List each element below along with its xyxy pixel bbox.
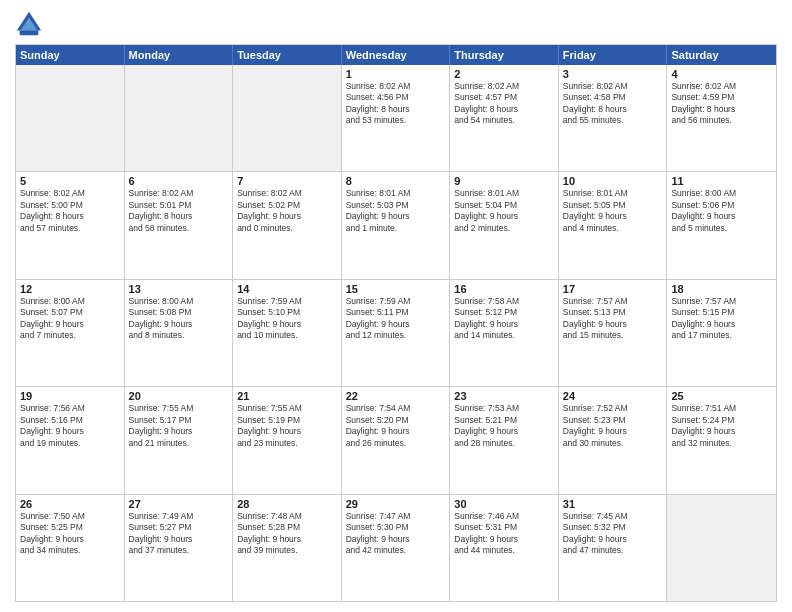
- weekday-header: Tuesday: [233, 45, 342, 65]
- day-number: 24: [563, 390, 663, 402]
- day-info: Sunrise: 7:54 AM Sunset: 5:20 PM Dayligh…: [346, 403, 446, 449]
- calendar-row: 1Sunrise: 8:02 AM Sunset: 4:56 PM Daylig…: [16, 65, 776, 171]
- day-number: 17: [563, 283, 663, 295]
- day-number: 1: [346, 68, 446, 80]
- day-info: Sunrise: 8:01 AM Sunset: 5:03 PM Dayligh…: [346, 188, 446, 234]
- calendar-header: SundayMondayTuesdayWednesdayThursdayFrid…: [16, 45, 776, 65]
- calendar-cell: 1Sunrise: 8:02 AM Sunset: 4:56 PM Daylig…: [342, 65, 451, 171]
- calendar-cell: 30Sunrise: 7:46 AM Sunset: 5:31 PM Dayli…: [450, 495, 559, 601]
- day-info: Sunrise: 7:56 AM Sunset: 5:16 PM Dayligh…: [20, 403, 120, 449]
- calendar-cell: [667, 495, 776, 601]
- header: [15, 10, 777, 38]
- calendar-cell: 4Sunrise: 8:02 AM Sunset: 4:59 PM Daylig…: [667, 65, 776, 171]
- calendar-cell: 11Sunrise: 8:00 AM Sunset: 5:06 PM Dayli…: [667, 172, 776, 278]
- day-number: 29: [346, 498, 446, 510]
- calendar-row: 5Sunrise: 8:02 AM Sunset: 5:00 PM Daylig…: [16, 171, 776, 278]
- calendar-cell: 21Sunrise: 7:55 AM Sunset: 5:19 PM Dayli…: [233, 387, 342, 493]
- calendar-cell: 15Sunrise: 7:59 AM Sunset: 5:11 PM Dayli…: [342, 280, 451, 386]
- day-number: 2: [454, 68, 554, 80]
- day-info: Sunrise: 8:00 AM Sunset: 5:07 PM Dayligh…: [20, 296, 120, 342]
- calendar-row: 26Sunrise: 7:50 AM Sunset: 5:25 PM Dayli…: [16, 494, 776, 601]
- calendar-cell: 25Sunrise: 7:51 AM Sunset: 5:24 PM Dayli…: [667, 387, 776, 493]
- day-number: 25: [671, 390, 772, 402]
- day-number: 9: [454, 175, 554, 187]
- day-info: Sunrise: 7:45 AM Sunset: 5:32 PM Dayligh…: [563, 511, 663, 557]
- day-info: Sunrise: 7:59 AM Sunset: 5:10 PM Dayligh…: [237, 296, 337, 342]
- calendar-cell: 22Sunrise: 7:54 AM Sunset: 5:20 PM Dayli…: [342, 387, 451, 493]
- day-number: 6: [129, 175, 229, 187]
- calendar-cell: 10Sunrise: 8:01 AM Sunset: 5:05 PM Dayli…: [559, 172, 668, 278]
- calendar-cell: 13Sunrise: 8:00 AM Sunset: 5:08 PM Dayli…: [125, 280, 234, 386]
- day-number: 15: [346, 283, 446, 295]
- calendar-cell: 26Sunrise: 7:50 AM Sunset: 5:25 PM Dayli…: [16, 495, 125, 601]
- day-info: Sunrise: 7:59 AM Sunset: 5:11 PM Dayligh…: [346, 296, 446, 342]
- weekday-header: Friday: [559, 45, 668, 65]
- calendar-cell: 9Sunrise: 8:01 AM Sunset: 5:04 PM Daylig…: [450, 172, 559, 278]
- day-info: Sunrise: 7:46 AM Sunset: 5:31 PM Dayligh…: [454, 511, 554, 557]
- calendar-cell: 18Sunrise: 7:57 AM Sunset: 5:15 PM Dayli…: [667, 280, 776, 386]
- day-number: 8: [346, 175, 446, 187]
- calendar-cell: 7Sunrise: 8:02 AM Sunset: 5:02 PM Daylig…: [233, 172, 342, 278]
- day-number: 18: [671, 283, 772, 295]
- day-number: 3: [563, 68, 663, 80]
- day-number: 12: [20, 283, 120, 295]
- svg-rect-2: [20, 31, 39, 36]
- day-info: Sunrise: 7:57 AM Sunset: 5:13 PM Dayligh…: [563, 296, 663, 342]
- day-info: Sunrise: 8:02 AM Sunset: 4:59 PM Dayligh…: [671, 81, 772, 127]
- day-info: Sunrise: 7:51 AM Sunset: 5:24 PM Dayligh…: [671, 403, 772, 449]
- day-info: Sunrise: 8:01 AM Sunset: 5:05 PM Dayligh…: [563, 188, 663, 234]
- day-info: Sunrise: 8:02 AM Sunset: 4:57 PM Dayligh…: [454, 81, 554, 127]
- day-number: 22: [346, 390, 446, 402]
- day-number: 19: [20, 390, 120, 402]
- weekday-header: Sunday: [16, 45, 125, 65]
- day-number: 21: [237, 390, 337, 402]
- day-number: 30: [454, 498, 554, 510]
- calendar-cell: [233, 65, 342, 171]
- calendar-cell: 17Sunrise: 7:57 AM Sunset: 5:13 PM Dayli…: [559, 280, 668, 386]
- calendar-cell: 27Sunrise: 7:49 AM Sunset: 5:27 PM Dayli…: [125, 495, 234, 601]
- calendar-cell: 6Sunrise: 8:02 AM Sunset: 5:01 PM Daylig…: [125, 172, 234, 278]
- calendar-cell: 5Sunrise: 8:02 AM Sunset: 5:00 PM Daylig…: [16, 172, 125, 278]
- day-info: Sunrise: 7:58 AM Sunset: 5:12 PM Dayligh…: [454, 296, 554, 342]
- logo-icon: [15, 10, 43, 38]
- day-info: Sunrise: 7:55 AM Sunset: 5:19 PM Dayligh…: [237, 403, 337, 449]
- calendar-cell: 31Sunrise: 7:45 AM Sunset: 5:32 PM Dayli…: [559, 495, 668, 601]
- day-number: 16: [454, 283, 554, 295]
- day-number: 14: [237, 283, 337, 295]
- day-info: Sunrise: 8:02 AM Sunset: 5:01 PM Dayligh…: [129, 188, 229, 234]
- day-info: Sunrise: 7:55 AM Sunset: 5:17 PM Dayligh…: [129, 403, 229, 449]
- calendar-cell: 20Sunrise: 7:55 AM Sunset: 5:17 PM Dayli…: [125, 387, 234, 493]
- day-number: 23: [454, 390, 554, 402]
- day-number: 10: [563, 175, 663, 187]
- day-info: Sunrise: 7:52 AM Sunset: 5:23 PM Dayligh…: [563, 403, 663, 449]
- weekday-header: Thursday: [450, 45, 559, 65]
- calendar-cell: 28Sunrise: 7:48 AM Sunset: 5:28 PM Dayli…: [233, 495, 342, 601]
- calendar-cell: 3Sunrise: 8:02 AM Sunset: 4:58 PM Daylig…: [559, 65, 668, 171]
- calendar-cell: [16, 65, 125, 171]
- day-info: Sunrise: 7:57 AM Sunset: 5:15 PM Dayligh…: [671, 296, 772, 342]
- calendar-cell: 14Sunrise: 7:59 AM Sunset: 5:10 PM Dayli…: [233, 280, 342, 386]
- calendar-cell: 8Sunrise: 8:01 AM Sunset: 5:03 PM Daylig…: [342, 172, 451, 278]
- calendar-cell: 24Sunrise: 7:52 AM Sunset: 5:23 PM Dayli…: [559, 387, 668, 493]
- day-info: Sunrise: 7:50 AM Sunset: 5:25 PM Dayligh…: [20, 511, 120, 557]
- calendar-row: 19Sunrise: 7:56 AM Sunset: 5:16 PM Dayli…: [16, 386, 776, 493]
- day-info: Sunrise: 8:01 AM Sunset: 5:04 PM Dayligh…: [454, 188, 554, 234]
- calendar-cell: 23Sunrise: 7:53 AM Sunset: 5:21 PM Dayli…: [450, 387, 559, 493]
- day-number: 26: [20, 498, 120, 510]
- day-info: Sunrise: 8:02 AM Sunset: 5:00 PM Dayligh…: [20, 188, 120, 234]
- day-info: Sunrise: 7:49 AM Sunset: 5:27 PM Dayligh…: [129, 511, 229, 557]
- logo: [15, 10, 47, 38]
- calendar-cell: [125, 65, 234, 171]
- day-info: Sunrise: 8:02 AM Sunset: 4:58 PM Dayligh…: [563, 81, 663, 127]
- day-info: Sunrise: 8:02 AM Sunset: 4:56 PM Dayligh…: [346, 81, 446, 127]
- calendar-body: 1Sunrise: 8:02 AM Sunset: 4:56 PM Daylig…: [16, 65, 776, 601]
- day-number: 4: [671, 68, 772, 80]
- day-info: Sunrise: 7:48 AM Sunset: 5:28 PM Dayligh…: [237, 511, 337, 557]
- day-info: Sunrise: 7:53 AM Sunset: 5:21 PM Dayligh…: [454, 403, 554, 449]
- calendar-cell: 16Sunrise: 7:58 AM Sunset: 5:12 PM Dayli…: [450, 280, 559, 386]
- calendar-cell: 29Sunrise: 7:47 AM Sunset: 5:30 PM Dayli…: [342, 495, 451, 601]
- day-number: 13: [129, 283, 229, 295]
- calendar-cell: 19Sunrise: 7:56 AM Sunset: 5:16 PM Dayli…: [16, 387, 125, 493]
- day-number: 11: [671, 175, 772, 187]
- day-number: 20: [129, 390, 229, 402]
